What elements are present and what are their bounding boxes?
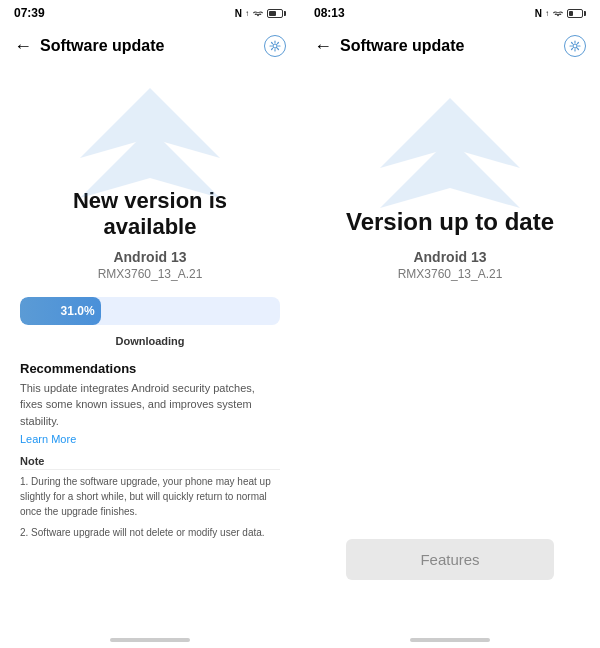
right-data-up-icon: ↑ (545, 9, 549, 18)
android-version-label: Android 13 (113, 249, 186, 265)
right-chevron-graphic (360, 88, 540, 218)
note-item-2: 2. Software upgrade will not delete or m… (20, 525, 265, 540)
progress-bar-fill: 31.0% (20, 297, 101, 325)
progress-bar: 31.0% (20, 297, 280, 325)
right-back-button[interactable]: ← (314, 36, 332, 57)
note-title: Note (20, 455, 280, 470)
wifi-icon (252, 8, 264, 18)
left-content: New version isavailable Android 13 RMX37… (0, 68, 300, 630)
right-status-bar: 08:13 N ↑ (300, 0, 600, 24)
learn-more-link[interactable]: Learn More (20, 433, 76, 445)
right-time: 08:13 (314, 6, 345, 20)
right-page-title: Software update (340, 37, 556, 55)
nfc-icon: N (235, 8, 242, 19)
left-status-bar: 07:39 N ↑ (0, 0, 300, 24)
left-settings-icon[interactable] (264, 35, 286, 57)
right-android-version-label: Android 13 (413, 249, 486, 265)
right-phone-panel: 08:13 N ↑ ← Software update (300, 0, 600, 648)
build-number-label: RMX3760_13_A.21 (98, 267, 203, 281)
left-status-icons: N ↑ (235, 8, 286, 19)
right-home-bar (410, 638, 490, 642)
right-settings-icon[interactable] (564, 35, 586, 57)
left-home-indicator (0, 630, 300, 648)
left-chevron-graphic (60, 78, 240, 208)
note-item-1: 1. During the software upgrade, your pho… (20, 474, 280, 519)
right-chevron-bg-icon (360, 88, 540, 218)
recommendations-title: Recommendations (20, 361, 136, 376)
right-build-number-label: RMX3760_13_A.21 (398, 267, 503, 281)
left-back-button[interactable]: ← (14, 36, 32, 57)
right-wifi-icon (552, 8, 564, 18)
recommendations-text: This update integrates Android security … (20, 380, 280, 430)
svg-point-3 (573, 44, 577, 48)
right-top-bar: ← Software update (300, 24, 600, 68)
data-up-icon: ↑ (245, 9, 249, 18)
right-home-indicator (300, 630, 600, 648)
right-content: Version up to date Android 13 RMX3760_13… (300, 68, 600, 630)
features-button[interactable]: Features (346, 539, 554, 580)
chevron-bg-icon (60, 78, 240, 208)
svg-point-0 (273, 44, 277, 48)
downloading-label: Downloading (115, 335, 184, 347)
progress-percent-label: 31.0% (61, 304, 95, 318)
left-top-bar: ← Software update (0, 24, 300, 68)
left-phone-panel: 07:39 N ↑ ← Software update (0, 0, 300, 648)
left-home-bar (110, 638, 190, 642)
right-battery-icon (567, 9, 586, 18)
battery-icon (267, 9, 286, 18)
right-nfc-icon: N (535, 8, 542, 19)
left-page-title: Software update (40, 37, 256, 55)
download-progress-container: 31.0% (20, 297, 280, 325)
right-status-icons: N ↑ (535, 8, 586, 19)
left-time: 07:39 (14, 6, 45, 20)
